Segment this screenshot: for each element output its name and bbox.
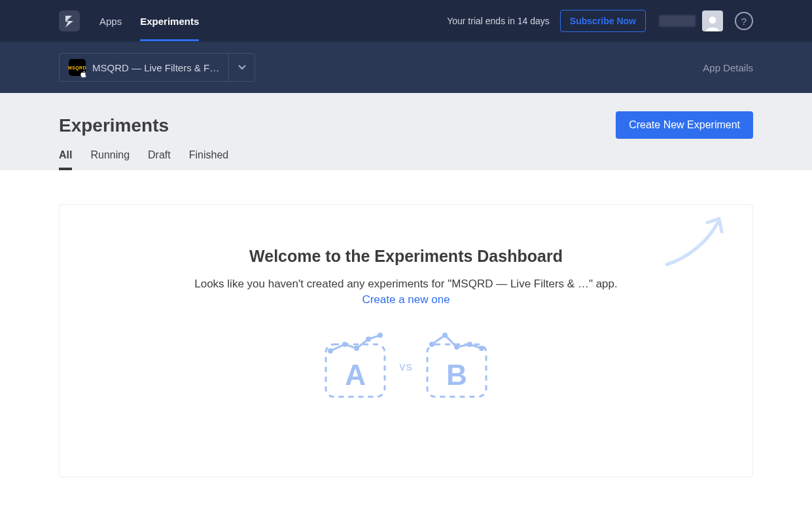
tab-draft[interactable]: Draft [148, 149, 171, 170]
app-selector-label[interactable]: MSQRD MSQRD — Live Filters & F… [60, 54, 228, 81]
page-header: Experiments Create New Experiment All Ru… [0, 93, 812, 170]
app-icon-wrap: MSQRD [69, 59, 86, 76]
user-block: ? [659, 10, 753, 31]
svg-point-0 [709, 16, 716, 24]
vs-label: VS [399, 362, 413, 373]
subscribe-button[interactable]: Subscribe Now [560, 10, 646, 32]
experiment-tabs: All Running Draft Finished [59, 149, 753, 170]
subbar: MSQRD MSQRD — Live Filters & F… App Deta… [0, 42, 812, 93]
dashboard-area: Welcome to the Experiments Dashboard Loo… [0, 204, 812, 477]
svg-point-2 [328, 348, 333, 354]
tab-finished[interactable]: Finished [189, 149, 228, 170]
nav-experiments[interactable]: Experiments [140, 1, 199, 41]
trial-notice: Your trial ends in 14 days [447, 16, 550, 26]
help-icon: ? [741, 16, 747, 27]
ab-illustration: A VS B [73, 337, 739, 398]
topbar: Apps Experiments Your trial ends in 14 d… [0, 0, 812, 42]
chevron-down-icon [238, 65, 246, 70]
create-experiment-link[interactable]: Create a new one [362, 293, 450, 306]
primary-nav: Apps Experiments [99, 1, 199, 41]
app-details-link[interactable]: App Details [703, 62, 753, 73]
variant-a-label: A [325, 359, 386, 392]
user-icon [704, 14, 721, 31]
tab-all[interactable]: All [59, 149, 72, 170]
app-selector-caret[interactable] [228, 54, 255, 81]
user-name-redacted [659, 15, 696, 27]
app-name: MSQRD — Live Filters & F… [92, 62, 219, 73]
tab-running[interactable]: Running [90, 149, 130, 170]
svg-point-10 [454, 344, 459, 350]
svg-point-5 [366, 337, 371, 342]
help-button[interactable]: ? [735, 12, 753, 30]
svg-point-6 [378, 333, 383, 338]
variant-a-box: A [325, 337, 386, 398]
svg-point-8 [429, 342, 434, 347]
svg-point-9 [442, 333, 448, 338]
sparkline-b-icon [428, 331, 485, 357]
nav-apps[interactable]: Apps [99, 1, 122, 41]
empty-state-heading: Welcome to the Experiments Dashboard [73, 247, 739, 266]
empty-state-card: Welcome to the Experiments Dashboard Loo… [59, 204, 753, 477]
app-selector: MSQRD MSQRD — Live Filters & F… [59, 53, 255, 82]
svg-point-11 [467, 342, 472, 347]
variant-b-label: B [426, 359, 487, 392]
variant-b-box: B [426, 337, 487, 398]
svg-point-3 [342, 342, 347, 347]
avatar[interactable] [702, 10, 723, 31]
empty-state-subtext: Looks like you haven't created any exper… [73, 278, 739, 291]
brand-logo[interactable] [59, 10, 80, 31]
svg-point-4 [354, 346, 359, 351]
svg-point-12 [479, 346, 484, 351]
sparkline-a-icon [327, 331, 384, 357]
apple-icon [80, 70, 88, 78]
create-experiment-button[interactable]: Create New Experiment [616, 111, 753, 139]
logo-icon [64, 14, 75, 27]
